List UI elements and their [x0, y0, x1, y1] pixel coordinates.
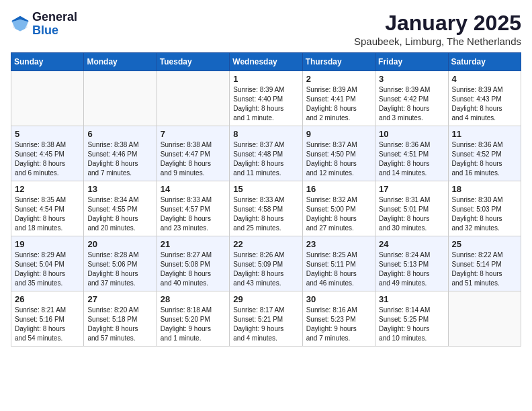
day-info: Sunrise: 8:36 AM Sunset: 4:52 PM Dayligh… [452, 140, 517, 178]
day-number: 10 [379, 129, 444, 139]
day-info: Sunrise: 8:34 AM Sunset: 4:55 PM Dayligh… [87, 195, 152, 233]
day-info: Sunrise: 8:38 AM Sunset: 4:45 PM Dayligh… [15, 140, 80, 178]
calendar-day-cell: 24Sunrise: 8:24 AM Sunset: 5:13 PM Dayli… [375, 236, 448, 291]
calendar-day-cell: 12Sunrise: 8:35 AM Sunset: 4:54 PM Dayli… [11, 181, 84, 236]
weekday-header: Wednesday [230, 53, 302, 71]
calendar-table: SundayMondayTuesdayWednesdayThursdayFrid… [11, 52, 521, 347]
day-number: 11 [452, 129, 517, 139]
day-info: Sunrise: 8:24 AM Sunset: 5:13 PM Dayligh… [379, 250, 444, 288]
day-info: Sunrise: 8:22 AM Sunset: 5:14 PM Dayligh… [452, 250, 517, 288]
calendar-header-row: SundayMondayTuesdayWednesdayThursdayFrid… [11, 53, 521, 71]
page-header: General Blue January 2025 Spaubeek, Limb… [11, 11, 521, 47]
day-number: 25 [452, 239, 517, 249]
day-number: 18 [452, 184, 517, 194]
calendar-day-cell [448, 291, 521, 347]
day-info: Sunrise: 8:21 AM Sunset: 5:16 PM Dayligh… [15, 306, 80, 343]
day-number: 24 [379, 239, 444, 249]
weekday-header: Saturday [448, 53, 521, 71]
calendar-day-cell: 28Sunrise: 8:18 AM Sunset: 5:20 PM Dayli… [157, 291, 229, 347]
weekday-header: Monday [84, 53, 157, 71]
day-info: Sunrise: 8:33 AM Sunset: 4:57 PM Dayligh… [161, 195, 226, 233]
calendar-day-cell: 5Sunrise: 8:38 AM Sunset: 4:45 PM Daylig… [11, 126, 84, 181]
day-info: Sunrise: 8:16 AM Sunset: 5:23 PM Dayligh… [306, 306, 371, 343]
calendar-day-cell: 22Sunrise: 8:26 AM Sunset: 5:09 PM Dayli… [230, 236, 302, 291]
day-info: Sunrise: 8:28 AM Sunset: 5:06 PM Dayligh… [87, 250, 152, 288]
calendar-week-row: 26Sunrise: 8:21 AM Sunset: 5:16 PM Dayli… [11, 291, 521, 347]
calendar-day-cell [11, 71, 84, 126]
calendar-day-cell: 31Sunrise: 8:14 AM Sunset: 5:25 PM Dayli… [375, 291, 448, 347]
calendar-day-cell: 3Sunrise: 8:39 AM Sunset: 4:42 PM Daylig… [375, 71, 448, 126]
day-info: Sunrise: 8:39 AM Sunset: 4:40 PM Dayligh… [233, 85, 298, 123]
day-info: Sunrise: 8:39 AM Sunset: 4:41 PM Dayligh… [306, 85, 371, 123]
day-info: Sunrise: 8:29 AM Sunset: 5:04 PM Dayligh… [15, 250, 80, 288]
day-number: 8 [233, 129, 298, 139]
day-info: Sunrise: 8:27 AM Sunset: 5:08 PM Dayligh… [161, 250, 226, 288]
day-number: 2 [306, 74, 371, 84]
day-info: Sunrise: 8:38 AM Sunset: 4:46 PM Dayligh… [87, 140, 152, 178]
calendar-week-row: 1Sunrise: 8:39 AM Sunset: 4:40 PM Daylig… [11, 71, 521, 126]
day-number: 28 [161, 294, 226, 304]
day-info: Sunrise: 8:26 AM Sunset: 5:09 PM Dayligh… [233, 250, 298, 288]
calendar-day-cell: 29Sunrise: 8:17 AM Sunset: 5:21 PM Dayli… [230, 291, 302, 347]
calendar-day-cell: 18Sunrise: 8:30 AM Sunset: 5:03 PM Dayli… [448, 181, 521, 236]
day-number: 4 [452, 74, 517, 84]
day-number: 3 [379, 74, 444, 84]
day-number: 1 [233, 74, 298, 84]
day-info: Sunrise: 8:33 AM Sunset: 4:58 PM Dayligh… [233, 195, 298, 233]
calendar-day-cell [157, 71, 229, 126]
day-number: 9 [306, 129, 371, 139]
calendar-day-cell: 27Sunrise: 8:20 AM Sunset: 5:18 PM Dayli… [84, 291, 157, 347]
day-info: Sunrise: 8:39 AM Sunset: 4:43 PM Dayligh… [452, 85, 517, 123]
calendar-day-cell: 30Sunrise: 8:16 AM Sunset: 5:23 PM Dayli… [302, 291, 375, 347]
day-number: 7 [161, 129, 226, 139]
calendar-day-cell: 4Sunrise: 8:39 AM Sunset: 4:43 PM Daylig… [448, 71, 521, 126]
logo: General Blue [11, 11, 77, 38]
location: Spaubeek, Limburg, The Netherlands [354, 36, 521, 47]
day-number: 21 [161, 239, 226, 249]
day-number: 27 [87, 294, 152, 304]
day-number: 17 [379, 184, 444, 194]
calendar-day-cell: 11Sunrise: 8:36 AM Sunset: 4:52 PM Dayli… [448, 126, 521, 181]
day-info: Sunrise: 8:18 AM Sunset: 5:20 PM Dayligh… [161, 306, 226, 343]
day-number: 31 [379, 294, 444, 304]
day-info: Sunrise: 8:35 AM Sunset: 4:54 PM Dayligh… [15, 195, 80, 233]
calendar-day-cell: 20Sunrise: 8:28 AM Sunset: 5:06 PM Dayli… [84, 236, 157, 291]
day-number: 13 [87, 184, 152, 194]
day-number: 20 [87, 239, 152, 249]
day-info: Sunrise: 8:20 AM Sunset: 5:18 PM Dayligh… [87, 306, 152, 343]
calendar-day-cell: 13Sunrise: 8:34 AM Sunset: 4:55 PM Dayli… [84, 181, 157, 236]
day-info: Sunrise: 8:36 AM Sunset: 4:51 PM Dayligh… [379, 140, 444, 178]
calendar-week-row: 19Sunrise: 8:29 AM Sunset: 5:04 PM Dayli… [11, 236, 521, 291]
calendar-day-cell: 7Sunrise: 8:38 AM Sunset: 4:47 PM Daylig… [157, 126, 229, 181]
day-info: Sunrise: 8:38 AM Sunset: 4:47 PM Dayligh… [161, 140, 226, 178]
weekday-header: Tuesday [157, 53, 229, 71]
calendar-day-cell: 19Sunrise: 8:29 AM Sunset: 5:04 PM Dayli… [11, 236, 84, 291]
day-number: 6 [87, 129, 152, 139]
calendar-day-cell: 15Sunrise: 8:33 AM Sunset: 4:58 PM Dayli… [230, 181, 302, 236]
day-info: Sunrise: 8:25 AM Sunset: 5:11 PM Dayligh… [306, 250, 371, 288]
calendar-day-cell: 16Sunrise: 8:32 AM Sunset: 5:00 PM Dayli… [302, 181, 375, 236]
calendar-day-cell: 21Sunrise: 8:27 AM Sunset: 5:08 PM Dayli… [157, 236, 229, 291]
weekday-header: Friday [375, 53, 448, 71]
day-number: 12 [15, 184, 80, 194]
calendar-day-cell: 10Sunrise: 8:36 AM Sunset: 4:51 PM Dayli… [375, 126, 448, 181]
logo-text: General Blue [32, 11, 77, 38]
day-info: Sunrise: 8:39 AM Sunset: 4:42 PM Dayligh… [379, 85, 444, 123]
weekday-header: Thursday [302, 53, 375, 71]
day-number: 22 [233, 239, 298, 249]
day-number: 14 [161, 184, 226, 194]
calendar-day-cell: 23Sunrise: 8:25 AM Sunset: 5:11 PM Dayli… [302, 236, 375, 291]
calendar-day-cell [84, 71, 157, 126]
calendar-day-cell: 17Sunrise: 8:31 AM Sunset: 5:01 PM Dayli… [375, 181, 448, 236]
weekday-header: Sunday [11, 53, 84, 71]
day-number: 15 [233, 184, 298, 194]
day-info: Sunrise: 8:37 AM Sunset: 4:48 PM Dayligh… [233, 140, 298, 178]
title-block: January 2025 Spaubeek, Limburg, The Neth… [354, 11, 521, 47]
day-number: 19 [15, 239, 80, 249]
day-info: Sunrise: 8:17 AM Sunset: 5:21 PM Dayligh… [233, 306, 298, 343]
calendar-day-cell: 25Sunrise: 8:22 AM Sunset: 5:14 PM Dayli… [448, 236, 521, 291]
calendar-day-cell: 26Sunrise: 8:21 AM Sunset: 5:16 PM Dayli… [11, 291, 84, 347]
svg-marker-2 [12, 19, 29, 32]
day-info: Sunrise: 8:31 AM Sunset: 5:01 PM Dayligh… [379, 195, 444, 233]
day-number: 26 [15, 294, 80, 304]
